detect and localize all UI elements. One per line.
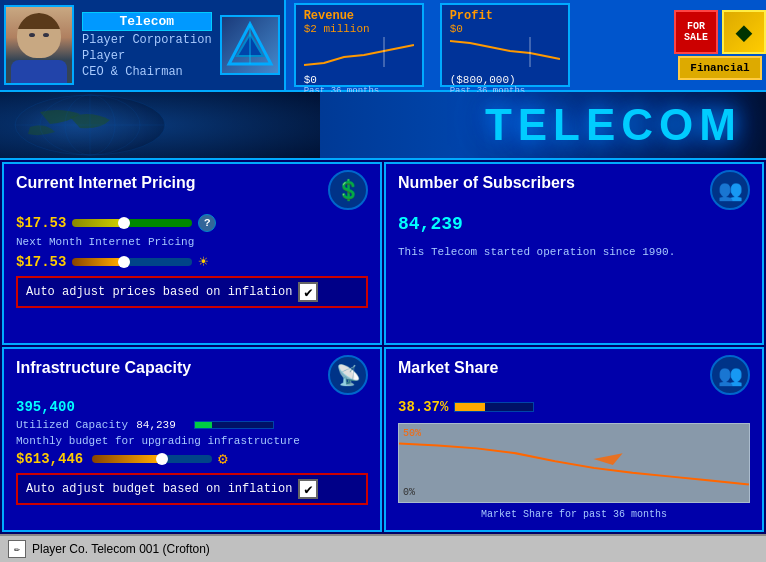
svg-marker-11 <box>593 453 622 465</box>
status-edit-icon: ✏ <box>8 540 26 558</box>
player-corp-label: Player Corporation <box>82 33 212 47</box>
utilized-bar <box>194 421 274 429</box>
for-sale-button[interactable]: FOR SALE <box>674 10 718 54</box>
financial-button[interactable]: Financial <box>678 56 761 80</box>
profit-title: Profit <box>450 9 560 23</box>
right-icons: FOR SALE ◆ Financial <box>674 10 766 80</box>
banner: TELECOM <box>0 92 766 160</box>
auto-adjust-prices-row[interactable]: Auto adjust prices based on inflation ✔ <box>16 276 368 308</box>
people-icon: 👥 <box>718 178 743 203</box>
subscribers-header: Number of Subscribers 👥 <box>398 174 750 210</box>
budget-slider[interactable] <box>92 455 212 463</box>
budget-row: Monthly budget for upgrading infrastruct… <box>16 435 368 469</box>
main-grid: Current Internet Pricing 💲 $17.53 ? Next… <box>0 160 766 534</box>
price-slider[interactable] <box>72 219 192 227</box>
dollar-sign-icon: 💲 <box>336 178 361 203</box>
pricing-title: Current Internet Pricing <box>16 174 196 192</box>
budget-value-row: $613,446 ⚙ <box>16 449 368 469</box>
market-chart-area: 50% 0% <box>398 423 750 503</box>
revenue-top: $2 million <box>304 23 414 35</box>
profit-bottom: ($800,000) <box>450 74 560 86</box>
market-share-value: 38.37% <box>398 399 448 415</box>
revenue-bottom: $0 <box>304 74 414 86</box>
infra-icon: 📡 <box>328 355 368 395</box>
subscribers-panel: Number of Subscribers 👥 84,239 This Tele… <box>384 162 764 345</box>
player-role: Player <box>82 49 212 63</box>
avatar-section: Telecom Player Corporation Player CEO & … <box>0 0 286 90</box>
profit-top: $0 <box>450 23 560 35</box>
market-chart-bottom-label: 0% <box>403 487 415 498</box>
subscribers-desc: This Telecom started operation since 199… <box>398 246 750 258</box>
help-icon[interactable]: ? <box>198 214 216 232</box>
internet-pricing-panel: Current Internet Pricing 💲 $17.53 ? Next… <box>2 162 382 345</box>
revenue-chart: Revenue $2 million $0 Past 36 months <box>294 3 424 87</box>
next-month-pricing-row: $17.53 ☀ <box>16 252 368 272</box>
market-share-panel: Market Share 👥 38.37% 50% 0% Market Shar… <box>384 347 764 532</box>
company-logo <box>220 15 280 75</box>
top-right-buttons: FOR SALE ◆ Financial <box>674 0 766 90</box>
nav-diamond-button[interactable]: ◆ <box>722 10 766 54</box>
pricing-icon: 💲 <box>328 170 368 210</box>
market-title: Market Share <box>398 359 499 377</box>
current-price: $17.53 <box>16 215 66 231</box>
pencil-icon: ✏ <box>14 543 20 555</box>
utilized-label: Utilized Capacity <box>16 419 128 431</box>
subscribers-count: 84,239 <box>398 214 750 234</box>
revenue-chart-area <box>304 37 414 72</box>
next-month-label: Next Month Internet Pricing <box>16 236 368 248</box>
infrastructure-panel: Infrastructure Capacity 📡 395,400 Utiliz… <box>2 347 382 532</box>
player-title: CEO & Chairman <box>82 65 212 79</box>
banner-title: TELECOM <box>485 100 742 150</box>
auto-adjust-prices-checkbox[interactable]: ✔ <box>298 282 318 302</box>
market-chart-footer: Market Share for past 36 months <box>398 509 750 520</box>
next-month-price: $17.53 <box>16 254 66 270</box>
infra-header: Infrastructure Capacity 📡 <box>16 359 368 395</box>
revenue-title: Revenue <box>304 9 414 23</box>
status-bar: ✏ Player Co. Telecom 001 (Crofton) <box>0 534 766 562</box>
market-icon: 👥 <box>710 355 750 395</box>
market-people-icon: 👥 <box>718 363 743 388</box>
avatar-info: Telecom Player Corporation Player CEO & … <box>82 12 212 79</box>
next-month-slider[interactable] <box>72 258 192 266</box>
capacity-value: 395,400 <box>16 399 368 415</box>
top-bar: Telecom Player Corporation Player CEO & … <box>0 0 766 92</box>
utilized-value: 84,239 <box>136 419 186 431</box>
utilized-row: Utilized Capacity 84,239 <box>16 419 368 431</box>
market-share-row: 38.37% <box>398 399 750 415</box>
subscribers-icon: 👥 <box>710 170 750 210</box>
subscribers-title: Number of Subscribers <box>398 174 575 192</box>
budget-value: $613,446 <box>16 451 86 467</box>
avatar <box>4 5 74 85</box>
auto-adjust-prices-label: Auto adjust prices based on inflation <box>26 285 292 299</box>
market-bar <box>454 402 534 412</box>
revenue-section: Revenue $2 million $0 Past 36 months <box>286 0 432 90</box>
satellite-icon: 📡 <box>336 363 361 388</box>
auto-adjust-budget-label: Auto adjust budget based on inflation <box>26 482 292 496</box>
profit-chart-area <box>450 37 560 72</box>
market-header: Market Share 👥 <box>398 359 750 395</box>
current-pricing-row: $17.53 ? <box>16 214 368 232</box>
profit-chart: Profit $0 ($800,000) Past 36 months <box>440 3 570 87</box>
sun-icon: ☀ <box>198 252 208 272</box>
status-text: Player Co. Telecom 001 (Crofton) <box>32 542 210 556</box>
banner-globe <box>0 92 320 158</box>
auto-adjust-budget-row[interactable]: Auto adjust budget based on inflation ✔ <box>16 473 368 505</box>
auto-adjust-budget-checkbox[interactable]: ✔ <box>298 479 318 499</box>
gear-icon[interactable]: ⚙ <box>218 449 228 469</box>
infra-title: Infrastructure Capacity <box>16 359 191 377</box>
diamond-icon: ◆ <box>736 15 753 49</box>
profit-section: Profit $0 ($800,000) Past 36 months <box>432 0 578 90</box>
corp-name: Telecom <box>82 12 212 31</box>
budget-label: Monthly budget for upgrading infrastruct… <box>16 435 368 447</box>
pricing-header: Current Internet Pricing 💲 <box>16 174 368 210</box>
